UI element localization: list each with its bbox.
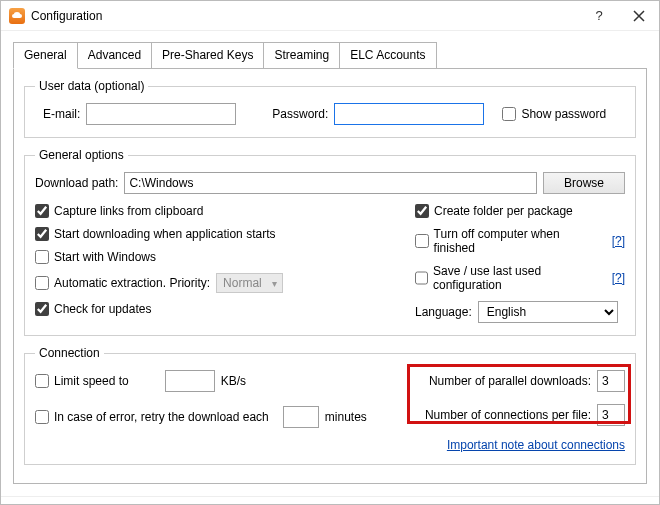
turnoff-help-link[interactable]: [?]: [612, 234, 625, 248]
check-updates-checkbox[interactable]: Check for updates: [35, 302, 395, 316]
window-title: Configuration: [31, 9, 579, 23]
tab-streaming[interactable]: Streaming: [263, 42, 340, 69]
download-path-label: Download path:: [35, 176, 118, 190]
config-window: Configuration ? General Advanced Pre-Sha…: [0, 0, 660, 505]
tab-advanced[interactable]: Advanced: [77, 42, 152, 69]
legend-general-options: General options: [35, 148, 128, 162]
close-button[interactable]: [619, 1, 659, 31]
footer: Save Cancel: [1, 496, 659, 505]
turn-off-checkbox[interactable]: Turn off computer when finished: [415, 227, 600, 255]
email-input[interactable]: [86, 103, 236, 125]
close-icon: [633, 10, 645, 22]
titlebar: Configuration ?: [1, 1, 659, 31]
app-icon: [9, 8, 25, 24]
save-last-config-checkbox[interactable]: Save / use last used configuration: [415, 264, 600, 292]
capture-links-checkbox[interactable]: Capture links from clipboard: [35, 204, 395, 218]
language-label: Language:: [415, 305, 472, 319]
tab-general[interactable]: General: [13, 42, 78, 69]
auto-extract-checkbox[interactable]: Automatic extraction. Priority:: [35, 276, 210, 290]
show-password-checkbox[interactable]: Show password: [502, 107, 606, 121]
create-folder-checkbox[interactable]: Create folder per package: [415, 204, 625, 218]
start-with-windows-checkbox[interactable]: Start with Windows: [35, 250, 395, 264]
email-label: E-mail:: [43, 107, 80, 121]
legend-user-data: User data (optional): [35, 79, 148, 93]
legend-connection: Connection: [35, 346, 104, 360]
tabstrip: General Advanced Pre-Shared Keys Streami…: [13, 41, 647, 68]
highlight-box: [407, 364, 631, 424]
group-connection: Connection Limit speed to KB/s In case o…: [24, 346, 636, 465]
password-label: Password:: [272, 107, 328, 121]
password-input[interactable]: [334, 103, 484, 125]
priority-select: Normal: [216, 273, 283, 293]
minutes-label: minutes: [325, 410, 367, 424]
tab-pre-shared-keys[interactable]: Pre-Shared Keys: [151, 42, 264, 69]
browse-button[interactable]: Browse: [543, 172, 625, 194]
language-select[interactable]: English: [478, 301, 618, 323]
kbs-label: KB/s: [221, 374, 246, 388]
auto-extract-row: Automatic extraction. Priority: Normal: [35, 273, 395, 293]
limit-speed-checkbox[interactable]: Limit speed to: [35, 374, 129, 388]
download-path-input[interactable]: [124, 172, 537, 194]
limit-speed-input: [165, 370, 215, 392]
show-password-box[interactable]: [502, 107, 516, 121]
retry-minutes-input: [283, 406, 319, 428]
tab-elc-accounts[interactable]: ELC Accounts: [339, 42, 436, 69]
start-downloading-checkbox[interactable]: Start downloading when application start…: [35, 227, 395, 241]
retry-checkbox[interactable]: In case of error, retry the download eac…: [35, 410, 269, 424]
connections-note-link[interactable]: Important note about connections: [447, 438, 625, 452]
group-user-data: User data (optional) E-mail: Password: S…: [24, 79, 636, 138]
tabpanel-general: User data (optional) E-mail: Password: S…: [13, 68, 647, 484]
help-button[interactable]: ?: [579, 1, 619, 31]
show-password-label: Show password: [521, 107, 606, 121]
group-general-options: General options Download path: Browse Ca…: [24, 148, 636, 336]
savelast-help-link[interactable]: [?]: [612, 271, 625, 285]
